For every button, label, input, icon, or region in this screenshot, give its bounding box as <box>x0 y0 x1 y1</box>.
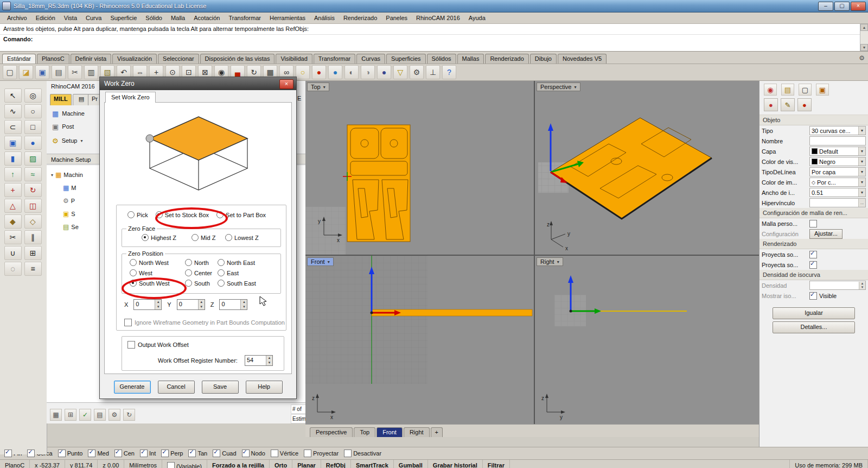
viewport-top[interactable]: Top ▾ <box>305 81 534 255</box>
output-work-offset-checkbox[interactable] <box>127 341 135 349</box>
menu-rhinocam-2016[interactable]: RhinoCAM 2016 <box>412 14 464 22</box>
group-icon[interactable]: ⊞ <box>24 246 42 260</box>
tree-machining-job[interactable]: ▾ ▦ Machin <box>51 170 83 180</box>
options-gear-icon[interactable]: ⚙ <box>410 65 424 79</box>
osnap-checkbox[interactable] <box>140 450 148 457</box>
osnap-checkbox[interactable] <box>213 450 220 457</box>
osnap-int[interactable]: Int <box>140 450 156 457</box>
minimize-button[interactable]: – <box>818 2 833 11</box>
polyline-icon[interactable]: ∿ <box>4 104 22 118</box>
chevron-down-icon[interactable]: ▼ <box>858 127 865 135</box>
split-icon[interactable]: ∥ <box>24 230 42 244</box>
vptab-front[interactable]: Front <box>376 427 403 437</box>
status-grabar-historial[interactable]: Grabar historial <box>428 460 483 468</box>
status-forzado-rejilla[interactable]: Forzado a la rejilla <box>207 460 270 468</box>
menu-ayuda[interactable]: Ayuda <box>465 14 489 22</box>
sphere-icon[interactable]: ● <box>24 136 42 150</box>
viewport-top-label[interactable]: Top ▾ <box>307 83 329 91</box>
osnap-checkbox[interactable] <box>271 450 278 457</box>
print-icon[interactable]: ▤ <box>52 65 66 79</box>
zf-mid-z[interactable]: Mid Z <box>192 234 225 241</box>
recibe-sombras-checkbox[interactable] <box>809 261 817 269</box>
menu-malla[interactable]: Malla <box>167 14 189 22</box>
rendered-view-icon[interactable]: ● <box>377 65 391 79</box>
tab-novedades-v5[interactable]: Novedades V5 <box>558 54 607 64</box>
tab-dibujo[interactable]: Dibujo <box>530 54 557 64</box>
osnap-checkbox[interactable] <box>344 450 352 457</box>
chamfer-icon[interactable]: ◇ <box>24 214 42 229</box>
mode-set-to-part-box[interactable]: Set to Part Box <box>216 211 266 218</box>
capa-dropdown[interactable]: Default ▼ <box>809 147 866 156</box>
osnap-proyectar[interactable]: Proyectar <box>304 450 339 457</box>
move-tool-icon[interactable]: + <box>4 183 22 197</box>
perspective-viewport-canvas[interactable]: z y x <box>535 81 759 255</box>
command-prompt[interactable]: Comando: <box>0 35 868 53</box>
open-file-icon[interactable]: ◪ <box>19 65 33 79</box>
tab-renderizado[interactable]: Renderizado <box>485 54 528 64</box>
zf-lowest-z[interactable]: Lowest Z <box>225 234 259 241</box>
ignore-wireframe-checkbox[interactable] <box>124 319 132 326</box>
menu-curva[interactable]: Curva <box>82 14 105 22</box>
zf-highest-z[interactable]: Highest Z <box>142 234 192 241</box>
render-sphere-icon[interactable]: ● <box>312 65 326 79</box>
material-tab-icon[interactable]: ▤ <box>781 84 794 96</box>
cancel-button[interactable]: Cancel <box>158 381 195 394</box>
dialog-titlebar[interactable]: Work Zero × <box>100 77 296 90</box>
camera-tab-icon[interactable]: ▣ <box>816 84 829 96</box>
tab-seleccionar[interactable]: Seleccionar <box>158 54 199 64</box>
add-viewport-tab-button[interactable]: + <box>431 427 443 437</box>
units-cell[interactable]: Milímetros <box>124 460 162 468</box>
cplane-icon[interactable]: ⊥ <box>426 65 440 79</box>
scale-tool-icon[interactable]: △ <box>4 199 22 213</box>
toolpath-editor-icon[interactable]: ⊞ <box>65 409 76 421</box>
menu-acotacion[interactable]: Acotación <box>190 14 224 22</box>
ignore-wireframe-checkbox-row[interactable]: Ignore Wireframe Geometry in Part Bounds… <box>124 319 285 326</box>
selection-filter-icon[interactable]: ◎ <box>24 88 42 103</box>
vptab-right[interactable]: Right <box>404 427 430 437</box>
box-icon[interactable]: ▣ <box>4 136 22 150</box>
front-viewport-canvas[interactable]: z x <box>305 256 534 424</box>
post-all-icon[interactable]: ▤ <box>94 409 106 421</box>
tab-planosc[interactable]: PlanosC <box>37 54 69 64</box>
extrude-icon[interactable]: ↑ <box>4 167 22 181</box>
mode-pick[interactable]: Pick <box>127 211 148 218</box>
ellipsis-button[interactable]: ... <box>858 199 865 207</box>
menu-paneles[interactable]: Paneles <box>382 14 411 22</box>
filter-icon[interactable]: ▽ <box>393 65 407 79</box>
fillet-icon[interactable]: ◆ <box>4 214 22 229</box>
tab-transformar[interactable]: Transformar <box>314 54 356 64</box>
right-viewport-canvas[interactable]: z y <box>535 256 759 424</box>
dialog-close-button[interactable]: × <box>279 79 293 89</box>
z-coordinate-spinner[interactable]: 0 ▲▼ <box>219 299 247 310</box>
top-viewport-canvas[interactable]: y x <box>305 81 534 255</box>
osnap-checkbox[interactable] <box>188 450 196 457</box>
rgb-sphere-icon[interactable]: ● <box>328 65 342 79</box>
status-planar[interactable]: Planar <box>292 460 321 468</box>
print-width-dropdown[interactable]: 0.51 ▼ <box>809 188 866 197</box>
x-coordinate-spinner[interactable]: 0 ▲▼ <box>133 299 162 310</box>
tab-definir-vista[interactable]: Definir vista <box>71 54 111 64</box>
scroll-down-icon[interactable]: ▼ <box>860 44 868 51</box>
menu-archivo[interactable]: Archivo <box>3 14 31 22</box>
help-button[interactable]: Help <box>246 381 283 394</box>
tab-superficies[interactable]: Superficies <box>386 54 425 64</box>
menu-herramientas[interactable]: Herramientas <box>266 14 309 22</box>
light-icon[interactable]: ○ <box>296 65 310 79</box>
zp-center[interactable]: Center <box>185 269 218 276</box>
viewport-front[interactable]: Front ▾ <box>305 256 534 424</box>
regenerate-icon[interactable]: ↻ <box>123 409 135 421</box>
mirror-tool-icon[interactable]: ◫ <box>24 199 42 213</box>
osnap-checkbox[interactable] <box>161 450 169 457</box>
densidad-input[interactable]: ▲▼ <box>809 281 866 290</box>
circle-icon[interactable]: ○ <box>24 104 42 118</box>
pencil-icon[interactable]: ✎ <box>781 98 795 111</box>
rhinocam-machine-row[interactable]: ▦ Machine <box>52 108 85 119</box>
chevron-down-icon[interactable]: ▼ <box>858 157 865 166</box>
y-coordinate-spinner[interactable]: 0 ▲▼ <box>177 299 205 310</box>
tab-solidos[interactable]: Sólidos <box>427 54 456 64</box>
menu-edicion[interactable]: Edición <box>32 14 59 22</box>
chevron-down-icon[interactable]: ▼ <box>858 168 865 176</box>
arc-icon[interactable]: ⊂ <box>4 120 22 134</box>
machining-browser-icon[interactable]: ▦ <box>50 409 62 421</box>
cut-icon[interactable]: ✂ <box>68 65 82 79</box>
